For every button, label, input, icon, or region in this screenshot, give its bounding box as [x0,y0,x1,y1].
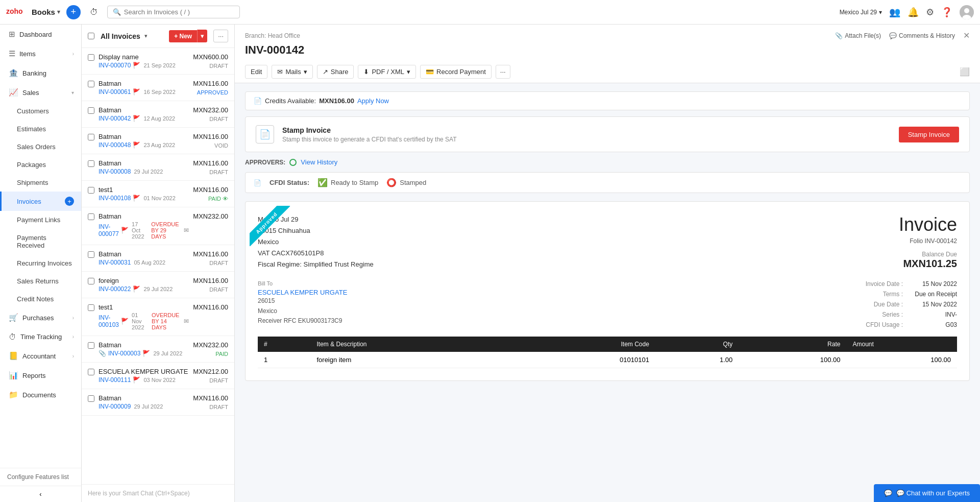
sidebar-item-accountant[interactable]: 📒 Accountant › [0,346,81,366]
invoice-date: 21 Sep 2022 [143,62,175,68]
record-payment-button[interactable]: 💳 Record Payment [420,65,492,79]
documents-icon: 📁 [9,390,18,399]
users-icon[interactable]: 👥 [889,7,900,18]
apply-now-link[interactable]: Apply Now [357,97,389,105]
add-button[interactable]: + [66,5,81,19]
invoice-checkbox[interactable] [88,304,94,311]
close-button[interactable]: ✕ [963,31,970,40]
invoice-checkbox[interactable] [88,278,94,284]
search-bar[interactable]: 🔍 [107,6,240,18]
region-selector[interactable]: Mexico Jul 29 ▾ [840,9,882,16]
sidebar-item-customers[interactable]: Customers [0,102,81,120]
sidebar-item-sales-returns[interactable]: Sales Returns [0,272,81,290]
attach-files-button[interactable]: 📎 Attach File(s) [835,32,881,39]
settings-icon[interactable]: ⚙ [926,7,934,18]
configure-features[interactable]: Configure Features list [0,468,81,486]
sidebar-item-payment-links[interactable]: Payment Links [0,211,81,229]
more-actions-button[interactable]: ··· [496,65,510,79]
new-button-dropdown[interactable]: ▾ [197,30,207,42]
logo-caret[interactable]: ▾ [57,9,60,15]
list-item[interactable]: test1 INV-000108 🚩 01 Nov 2022 MXN116.00… [82,181,234,207]
invoice-checkbox[interactable] [88,213,94,220]
list-more-button[interactable]: ··· [213,30,228,42]
new-button[interactable]: + New [169,30,197,42]
pdf-xml-button[interactable]: ⬇ PDF / XML ▾ [358,65,416,79]
history-button[interactable]: ⏱ [87,5,101,19]
smart-chat[interactable]: Here is your Smart Chat (Ctrl+Space) [82,484,234,502]
sidebar-item-banking[interactable]: 🏦 Banking [0,63,81,83]
share-button[interactable]: ↗ Share [317,65,354,79]
new-button-group: + New ▾ [169,30,207,42]
invoice-checkbox[interactable] [88,107,94,114]
sidebar-item-credit-notes[interactable]: Credit Notes [0,290,81,308]
stamp-description: Stamp this invoice to generate a CFDI th… [282,136,457,143]
branch-label: Branch: Head Office [245,32,300,39]
sidebar-item-purchases[interactable]: 🛒 Purchases › [0,308,81,327]
sidebar-collapse-btn[interactable]: ‹ [0,486,81,502]
list-item[interactable]: Batman INV-000061 🚩 16 Sep 2022 MXN116.0… [82,75,234,101]
invoices-add-icon[interactable]: + [65,197,74,206]
invoice-checkbox[interactable] [88,160,94,167]
cfdi-stamped: ⭕ Stamped [386,178,426,187]
comments-history-button[interactable]: 💬 Comments & History [889,32,955,39]
sidebar-item-recurring-invoices[interactable]: Recurring Invoices [0,254,81,272]
mails-button[interactable]: ✉ Mails ▾ [272,65,312,79]
invoice-checkbox[interactable] [88,187,94,194]
sidebar-item-documents[interactable]: 📁 Documents [0,385,81,404]
list-item[interactable]: Batman INV-000048 🚩 23 Aug 2022 MXN116.0… [82,128,234,154]
list-item[interactable]: ESCUELA KEMPER URGATE INV-000111 🚩 03 No… [82,363,234,389]
list-item[interactable]: Display name INV-000070 🚩 21 Sep 2022 MX… [82,48,234,75]
banking-icon: 🏦 [9,68,18,78]
avatar[interactable] [960,5,974,19]
sidebar-item-dashboard[interactable]: ⊞ Dashboard [0,25,81,44]
logo[interactable]: zoho Books ▾ [6,6,60,18]
pdf-dropdown-icon: ▾ [407,68,410,76]
help-icon[interactable]: ❓ [941,7,952,18]
invoice-flag-icon: 🚩 [133,88,140,95]
list-item[interactable]: Batman 📎 INV-000003 🚩 29 Jul 2022 MXN232… [82,336,234,363]
list-item[interactable]: Batman INV-000009 29 Jul 2022 MXN116.00 … [82,389,234,416]
list-item[interactable]: Batman INV-000008 29 Jul 2022 MXN116.00 … [82,154,234,181]
sidebar-item-packages[interactable]: Packages [0,156,81,174]
sidebar-item-sales-orders[interactable]: Sales Orders [0,138,81,156]
invoice-checkbox[interactable] [88,395,94,402]
chat-widget[interactable]: 💬 💬 Chat with our Experts [874,484,980,502]
search-input[interactable] [124,8,226,16]
list-item[interactable]: Batman INV-000042 🚩 12 Aug 2022 MXN232.0… [82,101,234,128]
view-history-link[interactable]: View History [301,158,337,166]
stamp-invoice-button[interactable]: Stamp Invoice [899,127,959,142]
comments-icon: 💬 [889,32,897,39]
sidebar-item-payments-received[interactable]: Payments Received [0,229,81,254]
invoice-checkbox[interactable] [88,251,94,258]
list-item[interactable]: Batman INV-000031 05 Aug 2022 MXN116.00 … [82,245,234,272]
invoice-checkbox[interactable] [88,81,94,87]
invoice-checkbox[interactable] [88,134,94,140]
sidebar-item-reports[interactable]: 📊 Reports [0,366,81,385]
expand-icon[interactable]: ⬜ [960,67,970,77]
invoice-checkbox[interactable] [88,369,94,375]
list-dropdown-arrow-icon[interactable]: ▾ [144,33,148,39]
invoice-checkbox[interactable] [88,54,94,61]
sidebar-item-sales[interactable]: 📈 Sales ▾ [0,83,81,102]
sidebar-item-items[interactable]: ☰ Items › [0,44,81,63]
mail-icon: ✉ [184,227,189,234]
invoice-customer-name: test1 [99,303,189,311]
invoice-amount: MXN116.00 [193,133,228,140]
invoice-flag-icon: 🚩 [133,62,140,69]
select-all-checkbox[interactable] [88,33,94,39]
list-item[interactable]: foreign INV-000022 🚩 29 Jul 2022 MXN116.… [82,272,234,298]
invoice-checkbox[interactable] [88,342,94,349]
invoice-list: Display name INV-000070 🚩 21 Sep 2022 MX… [82,48,234,484]
sidebar-item-shipments[interactable]: Shipments [0,174,81,192]
list-item[interactable]: test1 INV-000103 🚩 01 Nov 2022 OVERDUE B… [82,298,234,336]
sidebar-item-estimates[interactable]: Estimates [0,120,81,138]
list-item[interactable]: Batman INV-000077 🚩 17 Oct 2022 OVERDUE … [82,207,234,245]
edit-button[interactable]: Edit [245,65,267,79]
notifications-icon[interactable]: 🔔 [908,7,919,18]
mail-icon: ✉ [184,318,189,325]
svg-text:zoho: zoho [6,7,23,15]
invoice-number: INV-000008 [99,168,131,175]
sidebar-item-invoices[interactable]: Invoices + [0,192,81,211]
sidebar-item-time-tracking[interactable]: ⏱ Time Tracking › [0,327,81,346]
customer-name[interactable]: ESCUELA KEMPER URGATE [258,289,347,296]
